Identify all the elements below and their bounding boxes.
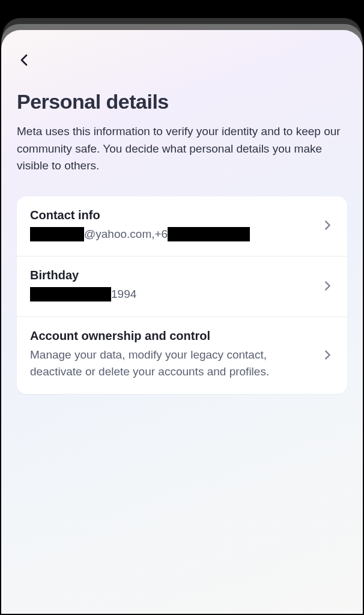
details-card: Contact info @yahoo.com, +6 Birthday 199… [17,196,347,394]
chevron-right-icon [321,219,334,232]
redacted-block [30,287,111,301]
birthday-row[interactable]: Birthday 1994 [17,256,347,317]
settings-sheet: Personal details Meta uses this informat… [1,30,363,614]
contact-info-value: @yahoo.com, +6 [30,226,312,243]
page-subtitle: Meta uses this information to verify you… [17,123,347,175]
chevron-left-icon [17,53,31,67]
contact-info-title: Contact info [30,208,312,222]
birthday-title: Birthday [30,268,312,282]
redacted-block [168,227,250,241]
chevron-right-icon [321,279,334,292]
contact-info-content: Contact info @yahoo.com, +6 [30,208,312,243]
contact-phone-prefix: +6 [155,226,168,243]
birthday-year: 1994 [111,286,136,303]
account-ownership-title: Account ownership and control [30,329,312,343]
birthday-value: 1994 [30,286,312,303]
account-ownership-content: Account ownership and control Manage you… [30,329,312,381]
redacted-block [30,227,84,241]
contact-info-row[interactable]: Contact info @yahoo.com, +6 [17,196,347,257]
birthday-content: Birthday 1994 [30,268,312,303]
chevron-right-icon [321,348,334,362]
back-button[interactable] [12,48,36,72]
account-ownership-row[interactable]: Account ownership and control Manage you… [17,317,347,394]
page-title: Personal details [17,90,347,114]
contact-email-suffix: @yahoo.com, [84,226,155,243]
account-ownership-subtitle: Manage your data, modify your legacy con… [30,347,312,381]
